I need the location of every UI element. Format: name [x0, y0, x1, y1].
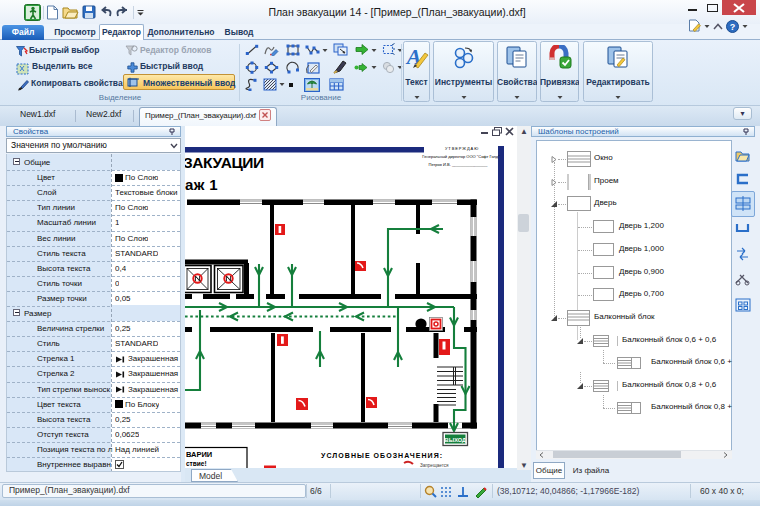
svg-text:ствие!: ствие! [186, 460, 207, 467]
svg-text:ВАРИИ: ВАРИИ [186, 450, 212, 459]
svg-text:аж 1: аж 1 [185, 176, 218, 193]
svg-text:ЗАКУАЦИИ: ЗАКУАЦИИ [185, 154, 264, 171]
svg-text:УТВЕРЖДАЮ: УТВЕРЖДАЮ [445, 146, 479, 151]
svg-text:УСЛОВНЫЕ ОБОЗНАЧЕНИЯ:: УСЛОВНЫЕ ОБОЗНАЧЕНИЯ: [321, 452, 443, 459]
svg-text:Генеральный директор ООО "Софт: Генеральный директор ООО "Софт Голд" [422, 154, 500, 159]
svg-text:Петров И.В. ________________: Петров И.В. ________________ [429, 162, 489, 167]
svg-text:?: ? [730, 22, 736, 32]
svg-text:ВЫХОД: ВЫХОД [445, 437, 466, 443]
